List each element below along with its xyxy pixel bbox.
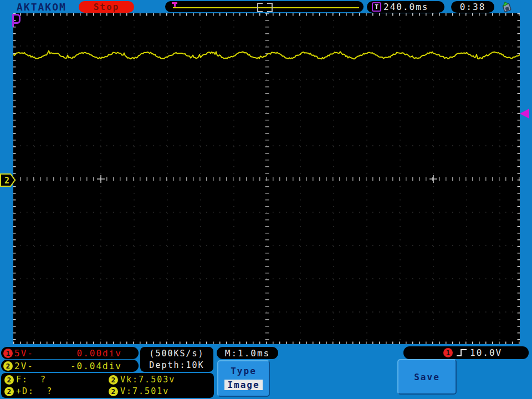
trigger-t-icon: T	[372, 2, 381, 12]
channel1-scale: 5V-	[14, 348, 34, 359]
usb-storage-icon	[500, 1, 513, 13]
channel2-position: -0.04div	[70, 361, 122, 371]
brand-logo: AKTAKOM	[17, 1, 66, 13]
acquisition-status-badge: Stop	[79, 1, 134, 13]
acquisition-info-panel: (500KS/s) Depth:10K	[140, 347, 213, 372]
trigger-level-arrow-icon[interactable]	[520, 109, 529, 119]
trigger-delay-readout: T 240.0ms	[367, 1, 444, 13]
measurement-channel-badge: 2	[4, 375, 14, 385]
trigger-level-value: 10.0V	[470, 347, 502, 358]
trigger-offscreen-marker-icon	[12, 14, 21, 24]
trigger-status-readout: 1 10.0V	[403, 346, 529, 359]
channel1-badge: 1	[3, 349, 13, 358]
menu-type-title: Type	[231, 366, 257, 376]
channel2-trace	[13, 51, 520, 59]
measurement-value: Vk:7.503v	[120, 375, 175, 385]
trigger-delay-value: 240.0ms	[383, 2, 428, 12]
rising-edge-icon	[456, 348, 468, 357]
channel1-settings-readout: 1 5V- 0.00div	[1, 347, 139, 359]
measurement-vk: 2 Vk:7.503v	[109, 375, 175, 385]
sample-rate: (500KS/s)	[149, 348, 204, 360]
oscilloscope-screen: AKTAKOM Stop T 240.0ms 0:38 2 1 5V- 0.00…	[0, 0, 532, 399]
menu-type-selected-value: Image	[224, 380, 262, 390]
save-button[interactable]: Save	[397, 359, 457, 395]
window-bracket-left-icon	[257, 3, 263, 12]
timebase-readout: M:1.0ms	[217, 347, 278, 359]
memory-depth: Depth:10K	[149, 360, 204, 371]
measurement-frequency: 2 F: ?	[4, 375, 109, 385]
clock-readout: 0:38	[451, 1, 494, 13]
measurement-duty: 2 +D: ?	[4, 386, 109, 396]
waveform-display	[13, 13, 520, 344]
graticule-and-trace	[13, 13, 520, 344]
measurement-channel-badge: 2	[109, 387, 118, 396]
measurement-row: 2 F: ? 2 Vk:7.503v	[4, 374, 214, 386]
measurement-channel-badge: 2	[4, 387, 14, 396]
measurement-channel-badge: 2	[109, 375, 118, 385]
trigger-position-icon	[172, 2, 177, 4]
menu-type-button[interactable]: Type Image	[217, 360, 270, 397]
channel2-settings-readout: 2 2V- -0.04div	[1, 360, 139, 372]
window-bracket-right-icon	[267, 3, 273, 12]
horizontal-position-bar[interactable]	[165, 1, 364, 12]
measurement-value: F: ?	[16, 375, 47, 385]
timebase-value: M:1.0ms	[225, 348, 270, 359]
channel2-scale: 2V-	[14, 361, 34, 371]
trigger-source-badge: 1	[443, 348, 453, 357]
channel2-badge: 2	[3, 361, 13, 371]
channel2-position-marker[interactable]: 2	[0, 173, 17, 187]
channel2-marker-label: 2	[4, 176, 9, 186]
acquisition-status-label: Stop	[94, 2, 120, 12]
measurement-v: 2 V:7.501v	[109, 386, 169, 396]
measurement-row: 2 +D: ? 2 V:7.501v	[4, 386, 214, 397]
channel1-position: 0.00div	[77, 348, 122, 359]
memory-window-line	[173, 7, 359, 8]
measurements-panel: 2 F: ? 2 Vk:7.503v 2 +D: ? 2 V:7.501v	[1, 373, 214, 398]
clock-value: 0:38	[460, 2, 486, 12]
measurement-value: V:7.501v	[120, 386, 169, 396]
save-button-label: Save	[414, 372, 440, 382]
measurement-value: +D: ?	[16, 386, 53, 396]
